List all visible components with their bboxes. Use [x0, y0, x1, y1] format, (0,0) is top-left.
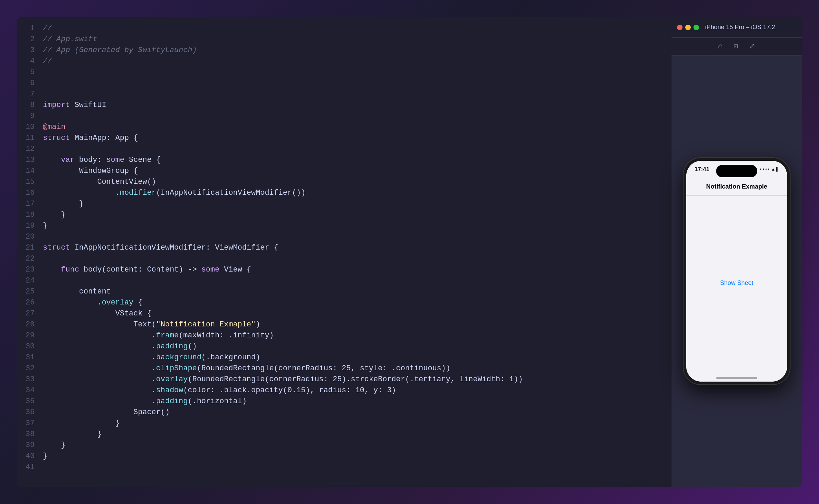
code-content: } [43, 419, 120, 428]
code-line: 6 [17, 79, 672, 90]
code-line: 7 [17, 90, 672, 101]
code-line: 3// App (Generated by SwiftyLaunch) [17, 46, 672, 57]
code-line: 38 } [17, 430, 672, 441]
code-content: WindowGroup { [43, 167, 138, 175]
code-line: 1// [17, 24, 672, 35]
code-line: 39 } [17, 441, 672, 452]
line-number: 40 [24, 452, 43, 460]
code-content [43, 90, 47, 98]
code-content: } [43, 200, 84, 208]
signal-icon: •••• [759, 167, 770, 172]
code-content: ContentView() [43, 178, 156, 186]
line-number: 12 [24, 145, 43, 153]
battery-icon: ▌ [776, 167, 779, 172]
code-line: 31 .background(.background) [17, 353, 672, 364]
line-number: 41 [24, 463, 43, 471]
code-content: struct MainApp: App { [43, 134, 138, 142]
line-number: 1 [24, 24, 43, 33]
home-bar [716, 377, 757, 379]
code-line: 40} [17, 452, 672, 463]
code-line: 12 [17, 145, 672, 156]
line-number: 32 [24, 364, 43, 373]
line-number: 10 [24, 123, 43, 131]
iphone-frame: 17:41 •••• ▲ ▌ Notification Exmaple [684, 158, 790, 384]
code-line: 30 .padding() [17, 342, 672, 353]
code-content: .padding() [43, 342, 197, 351]
code-line: 24 [17, 276, 672, 287]
traffic-light-green[interactable] [693, 25, 699, 30]
code-line: 13 var body: some Scene { [17, 156, 672, 167]
wifi-icon: ▲ [772, 167, 774, 172]
code-content [43, 276, 47, 285]
dynamic-island [716, 165, 757, 177]
line-number: 9 [24, 112, 43, 120]
line-number: 13 [24, 156, 43, 164]
show-sheet-button[interactable]: Show Sheet [720, 279, 753, 287]
editor-panel: 1//2// App.swift3// App (Generated by Sw… [17, 17, 672, 487]
code-line: 34 .shadow(color: .black.opacity(0.15), … [17, 386, 672, 397]
status-time: 17:41 [695, 166, 709, 173]
traffic-light-red[interactable] [677, 25, 682, 30]
line-number: 24 [24, 276, 43, 285]
code-line: 29 .frame(maxWidth: .infinity) [17, 331, 672, 342]
code-line: 33 .overlay(RoundedRectangle(cornerRadiu… [17, 375, 672, 386]
simulator-controls: ⌂ ⊡ ⤢ [672, 38, 802, 56]
code-content: } [43, 430, 102, 439]
code-line: 9 [17, 112, 672, 123]
traffic-light-yellow[interactable] [685, 25, 691, 30]
code-content: @main [43, 123, 66, 131]
line-number: 27 [24, 309, 43, 318]
code-content [43, 254, 47, 263]
camera-icon[interactable]: ⊡ [734, 42, 738, 51]
simulator-panel: iPhone 15 Pro – iOS 17.2 ⌂ ⊡ ⤢ 17:41 •••… [672, 17, 802, 487]
code-content: content [43, 287, 111, 296]
iphone-status-bar: 17:41 •••• ▲ ▌ [686, 161, 787, 178]
code-content: } [43, 441, 66, 449]
home-icon[interactable]: ⌂ [718, 42, 723, 51]
line-number: 14 [24, 167, 43, 175]
code-line: 5 [17, 68, 672, 79]
code-content: .overlay { [43, 298, 142, 307]
line-number: 36 [24, 408, 43, 417]
code-content: .modifier(InAppNotificationViewModifier(… [43, 189, 306, 197]
line-number: 4 [24, 57, 43, 65]
line-number: 35 [24, 397, 43, 406]
line-number: 30 [24, 342, 43, 351]
line-number: 7 [24, 90, 43, 98]
code-line: 25 content [17, 287, 672, 298]
line-number: 2 [24, 35, 43, 44]
line-number: 39 [24, 441, 43, 449]
code-content: .clipShape(RoundedRectangle(cornerRadius… [43, 364, 450, 373]
code-line: 37 } [17, 419, 672, 430]
rotate-icon[interactable]: ⤢ [749, 42, 755, 51]
line-number: 34 [24, 386, 43, 395]
line-number: 28 [24, 320, 43, 329]
line-number: 23 [24, 265, 43, 274]
code-line: 35 .padding(.horizontal) [17, 397, 672, 408]
simulator-toolbar: iPhone 15 Pro – iOS 17.2 [672, 17, 802, 38]
code-content: // [43, 57, 52, 65]
code-content: // App.swift [43, 35, 97, 44]
code-line: 8import SwiftUI [17, 101, 672, 112]
code-line: 26 .overlay { [17, 298, 672, 309]
iphone-nav-bar: Notification Exmaple [686, 178, 787, 196]
code-line: 18 } [17, 211, 672, 221]
line-number: 38 [24, 430, 43, 439]
code-content [43, 79, 47, 87]
code-line: 28 Text("Notification Exmaple") [17, 320, 672, 331]
line-number: 16 [24, 189, 43, 197]
line-number: 25 [24, 287, 43, 296]
code-content [43, 112, 47, 120]
code-content: // App (Generated by SwiftyLaunch) [43, 46, 197, 55]
iphone-home-indicator [686, 370, 787, 382]
code-content: var body: some Scene { [43, 156, 161, 164]
code-content: } [43, 221, 47, 230]
status-icons: •••• ▲ ▌ [759, 167, 779, 172]
code-line: 4// [17, 57, 672, 68]
code-content: // [43, 24, 52, 33]
line-number: 8 [24, 101, 43, 109]
code-content: import SwiftUI [43, 101, 106, 109]
code-line: 19} [17, 221, 672, 232]
line-number: 6 [24, 79, 43, 87]
code-content: .shadow(color: .black.opacity(0.15), rad… [43, 386, 396, 395]
